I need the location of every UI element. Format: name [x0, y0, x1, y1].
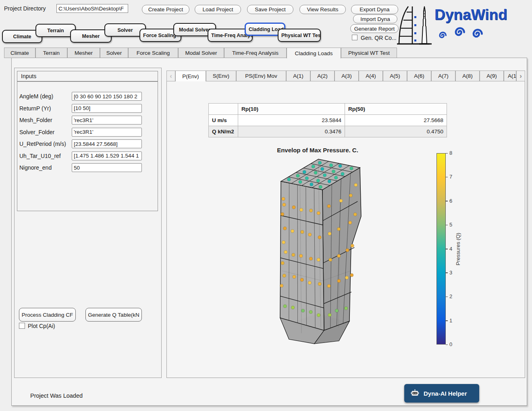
field-input-nignore-end[interactable]: 50: [72, 163, 142, 172]
process-cladding-button[interactable]: Process Cladding CF: [19, 308, 76, 322]
table-corner-cell: [209, 104, 238, 115]
tab-terrain[interactable]: Terrain: [35, 48, 67, 58]
result-tabs-scroll-left[interactable]: ‹: [166, 71, 175, 81]
colorbar-tick-mark: [446, 345, 448, 345]
colorbar-tick-7: 7: [449, 174, 452, 180]
result-tab-a-9[interactable]: A(9): [480, 71, 504, 81]
tab-climate[interactable]: Climate: [4, 48, 35, 58]
colorbar-tick-mark: [446, 153, 448, 154]
table-header-rp-50: Rp(50): [345, 104, 447, 115]
result-tab-p-env[interactable]: P(Env): [175, 71, 206, 81]
field-label-uh-tar-u10-ref: Uh_Tar_U10_ref: [19, 153, 61, 159]
colorbar-tick-mark: [446, 272, 448, 273]
cell-q-kn-m2-1: 0.4750: [345, 126, 447, 137]
result-tab-ps-env-mov[interactable]: PS(Env) Mov: [236, 71, 286, 81]
inputs-panel-title: Inputs: [21, 73, 36, 79]
row-label-u-m-s: U m/s: [209, 115, 238, 126]
colorbar-label: Pressures (Q): [455, 233, 461, 266]
nav-button-physical-wt-test[interactable]: Physical WT Test: [278, 29, 321, 42]
tab-force-scaling[interactable]: Force Scaling: [128, 48, 178, 58]
dyna-ai-helper-label: Dyna-AI Helper: [424, 390, 467, 397]
result-tabs-scroll-right[interactable]: ›: [516, 71, 525, 81]
tab-time-freq-analysis[interactable]: Time-Freq Analysis: [224, 48, 287, 58]
result-tab-a-8[interactable]: A(8): [455, 71, 480, 81]
robot-icon: [411, 389, 419, 397]
generate-q-table-button[interactable]: Generate Q Table(kN: [85, 308, 142, 322]
field-input-solver-folder[interactable]: 'rec3R1': [72, 128, 142, 137]
view-results-button[interactable]: View Results: [299, 5, 346, 14]
result-tab-a-3[interactable]: A(3): [335, 71, 359, 81]
dynawind-app: { "window": { "status_text": "Project Wa…: [0, 0, 532, 411]
field-input-u-retperiod-m-s[interactable]: [23.5844 27.5668]: [72, 139, 142, 148]
colorbar-tick-1: 1: [449, 318, 452, 324]
nav-button-terrain[interactable]: Terrain: [35, 24, 76, 37]
colorbar-tick-0: 0: [449, 341, 452, 347]
colorbar-tick-8: 8: [449, 150, 452, 156]
plot-cp-checkbox[interactable]: [19, 323, 25, 329]
field-input-uh-tar-u10-ref[interactable]: [1.475 1.486 1.529 1.544 1: [72, 152, 142, 160]
colorbar-tick-mark: [446, 249, 448, 249]
pressure-table: Rp(10)Rp(50)U m/s23.584427.5668Q kN/m20.…: [208, 103, 447, 137]
generate-report-button[interactable]: Generate Report: [350, 24, 399, 33]
result-tab-a-10[interactable]: A(10): [504, 71, 516, 81]
tab-cladding-loads[interactable]: Cladding Loads: [287, 48, 341, 58]
field-input-anglem-deg[interactable]: [0 30 60 90 120 150 180 2: [72, 92, 142, 101]
colorbar-tick-mark: [446, 320, 448, 321]
colorbar-tick-mark: [446, 201, 448, 201]
field-label-anglem-deg: AngleM (deg): [19, 93, 53, 100]
wind-dots-icon: [414, 15, 418, 43]
table-row-q-kn-m2: Q kN/m20.34760.4750: [209, 126, 447, 137]
gen-qr-checkbox[interactable]: [352, 35, 357, 40]
colorbar-tick-mark: [446, 297, 448, 297]
tab-solver[interactable]: Solver: [100, 48, 128, 58]
plot-cp-checkbox-label: Plot Cp(Ai): [28, 323, 55, 329]
result-tab-a-2[interactable]: A(2): [310, 71, 335, 81]
result-tab-a-4[interactable]: A(4): [359, 71, 383, 81]
inputs-title-box: [17, 71, 158, 81]
app-logo-text: DynaWind: [434, 6, 507, 23]
status-text: Project Was Loaded: [30, 392, 83, 399]
table-row-u-m-s: U m/s23.584427.5668: [209, 115, 447, 126]
tab-mesher[interactable]: Mesher: [67, 48, 100, 58]
table-header-rp-10: Rp(10): [238, 104, 345, 115]
tower-icon: [418, 3, 431, 45]
colorbar: [436, 153, 446, 345]
result-tab-a-7[interactable]: A(7): [431, 71, 455, 81]
tab-physical-wt-test[interactable]: Physical WT Test: [341, 48, 397, 58]
cell-u-m-s-1: 27.5668: [345, 115, 447, 126]
field-label-returnp-yr: ReturnP (Yr): [19, 105, 51, 112]
result-tab-a-5[interactable]: A(5): [383, 71, 407, 81]
tab-modal-solver[interactable]: Modal Solver: [178, 48, 224, 58]
colorbar-tick-6: 6: [449, 198, 452, 204]
cell-u-m-s-0: 23.5844: [238, 115, 345, 126]
field-input-mesh-folder[interactable]: 'rec3R1': [72, 116, 142, 125]
wind-swirls-icon: [438, 23, 490, 46]
create-project-button[interactable]: Create Project: [142, 5, 189, 14]
project-directory-label: Project Directory: [4, 5, 46, 12]
colorbar-tick-mark: [446, 177, 448, 178]
colorbar-tick-2: 2: [449, 293, 452, 299]
colorbar-tick-5: 5: [449, 222, 452, 228]
colorbar-tick-mark: [446, 225, 448, 226]
colorbar-tick-3: 3: [449, 270, 452, 276]
result-tab-s-env[interactable]: S(Env): [206, 71, 236, 81]
dyna-ai-helper-button[interactable]: Dyna-AI Helper: [404, 384, 479, 403]
field-label-solver-folder: Solver_Folder: [19, 129, 54, 135]
row-label-q-kn-m2: Q kN/m2: [209, 126, 238, 137]
field-input-returnp-yr[interactable]: [10 50]: [72, 104, 142, 113]
building-pressure-plot: [258, 150, 387, 349]
field-label-nignore-end: Nignore_end: [19, 164, 52, 171]
load-project-button[interactable]: Load Project: [195, 5, 241, 14]
field-label-mesh-folder: Mesh_Folder: [19, 117, 52, 123]
gen-qr-checkbox-label: Gen. QR Co...: [361, 35, 397, 41]
export-dyna-button[interactable]: Export Dyna: [351, 5, 398, 14]
field-label-u-retperiod-m-s: U_RetPeriod (m/s): [19, 141, 66, 147]
cell-q-kn-m2-0: 0.3476: [238, 126, 345, 137]
colorbar-tick-4: 4: [449, 246, 452, 252]
result-tab-a-6[interactable]: A(6): [407, 71, 431, 81]
project-directory-input[interactable]: C:\Users\AboSh\Desktop\F: [56, 4, 128, 13]
save-project-button[interactable]: Save Project: [247, 5, 293, 14]
import-dyna-button[interactable]: Import Dyna: [353, 15, 397, 23]
result-tab-a-1[interactable]: A(1): [286, 71, 310, 81]
